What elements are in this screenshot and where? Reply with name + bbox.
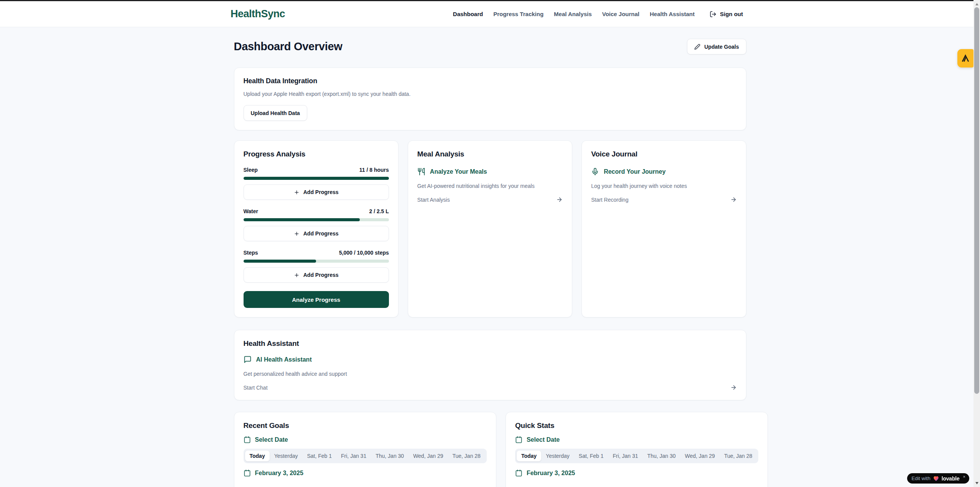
start-chat-label: Start Chat <box>244 385 268 391</box>
arrow-right-icon <box>730 384 737 391</box>
analyze-progress-button[interactable]: Analyze Progress <box>244 291 389 308</box>
health-assistant-title: Health Assistant <box>244 339 737 348</box>
record-your-journey-label: Record Your Journey <box>604 168 665 175</box>
progress-analysis-card: Progress Analysis Sleep 11 / 8 hours Add… <box>234 140 399 318</box>
tab-today[interactable]: Today <box>245 451 270 461</box>
scrollbar-down-button[interactable] <box>973 480 980 486</box>
quick-stats-current-date[interactable]: February 3, 2025 <box>515 469 575 477</box>
progress-analysis-title: Progress Analysis <box>244 150 389 158</box>
tab-today[interactable]: Today <box>517 451 541 461</box>
goal-sleep-progressbar <box>244 177 389 180</box>
upload-health-data-button[interactable]: Upload Health Data <box>244 105 307 121</box>
start-recording-action[interactable]: Start Recording <box>591 196 736 203</box>
plus-icon <box>294 231 300 237</box>
current-date-label: February 3, 2025 <box>527 470 575 477</box>
record-your-journey-link[interactable]: Record Your Journey <box>591 168 736 176</box>
arrow-right-icon <box>730 196 737 203</box>
tab-tue-jan-28[interactable]: Tue, Jan 28 <box>720 451 757 461</box>
quick-stats-date-tabs: Today Yesterday Sat, Feb 1 Fri, Jan 31 T… <box>515 449 758 463</box>
recent-goals-date-tabs: Today Yesterday Sat, Feb 1 Fri, Jan 31 T… <box>244 449 487 463</box>
recent-goals-title: Recent Goals <box>244 421 487 430</box>
arrow-up-icon <box>975 3 978 5</box>
tab-fri-jan-31[interactable]: Fri, Jan 31 <box>336 451 371 461</box>
goal-steps-value: 5,000 / 10,000 steps <box>339 250 389 256</box>
update-goals-label: Update Goals <box>704 44 739 50</box>
nav-dashboard[interactable]: Dashboard <box>453 11 483 17</box>
scrollbar-up-button[interactable] <box>973 1 980 7</box>
health-data-integration-card: Health Data Integration Upload your Appl… <box>234 67 746 130</box>
tab-fri-jan-31[interactable]: Fri, Jan 31 <box>608 451 642 461</box>
goal-water-value: 2 / 2.5 L <box>369 208 389 214</box>
badge-prefix: Edit with <box>912 475 931 481</box>
health-data-description: Upload your Apple Health export (export.… <box>244 91 737 97</box>
recent-goals-card: Recent Goals Select Date Today Yesterday… <box>234 412 496 487</box>
app-logo[interactable]: HealthSync <box>231 8 285 20</box>
goal-steps-progressbar <box>244 260 389 263</box>
ai-health-assistant-label: AI Health Assistant <box>256 356 312 363</box>
sign-out-button[interactable]: Sign out <box>710 11 743 18</box>
select-date-label: Select Date <box>255 436 288 443</box>
current-date-label: February 3, 2025 <box>255 470 303 477</box>
start-analysis-label: Start Analysis <box>417 197 450 203</box>
add-progress-steps-button[interactable]: Add Progress <box>244 267 389 283</box>
goal-sleep: Sleep 11 / 8 hours Add Progress <box>244 167 389 200</box>
nav-voice-journal[interactable]: Voice Journal <box>602 11 639 17</box>
ai-health-assistant-link[interactable]: AI Health Assistant <box>244 355 737 364</box>
calendar-icon <box>515 436 522 443</box>
tab-sat-feb-1[interactable]: Sat, Feb 1 <box>574 451 608 461</box>
voice-journal-card: Voice Journal Record Your Journey Log yo… <box>581 140 746 318</box>
arrow-down-icon <box>975 482 978 484</box>
lovable-logo-icon <box>961 54 970 63</box>
main-nav: Dashboard Progress Tracking Meal Analysi… <box>453 11 743 18</box>
update-goals-button[interactable]: Update Goals <box>687 39 746 54</box>
recent-goals-current-date[interactable]: February 3, 2025 <box>244 469 303 477</box>
sign-out-label: Sign out <box>720 11 743 17</box>
health-assistant-card: Health Assistant AI Health Assistant Get… <box>234 330 746 400</box>
vertical-scrollbar[interactable] <box>973 0 980 487</box>
edit-with-lovable-badge[interactable]: Edit with lovable × <box>907 473 969 484</box>
tab-wed-jan-29[interactable]: Wed, Jan 29 <box>680 451 720 461</box>
logout-icon <box>710 11 716 18</box>
goal-sleep-value: 11 / 8 hours <box>359 167 389 173</box>
add-progress-sleep-button[interactable]: Add Progress <box>244 184 389 200</box>
start-recording-label: Start Recording <box>591 197 628 203</box>
tab-yesterday[interactable]: Yesterday <box>270 451 303 461</box>
health-assistant-description: Get personalized health advice and suppo… <box>244 371 737 377</box>
lovable-editor-fab[interactable] <box>957 49 973 67</box>
utensils-icon <box>417 168 425 176</box>
add-progress-water-button[interactable]: Add Progress <box>244 226 389 241</box>
page-title: Dashboard Overview <box>234 40 343 53</box>
tab-sat-feb-1[interactable]: Sat, Feb 1 <box>302 451 336 461</box>
goal-water-progressbar <box>244 218 389 221</box>
recent-goals-select-date-button[interactable]: Select Date <box>244 436 288 443</box>
meal-analysis-title: Meal Analysis <box>417 150 563 158</box>
tab-thu-jan-30[interactable]: Thu, Jan 30 <box>371 451 408 461</box>
start-analysis-action[interactable]: Start Analysis <box>417 196 563 203</box>
tab-wed-jan-29[interactable]: Wed, Jan 29 <box>408 451 448 461</box>
plus-icon <box>294 189 300 195</box>
calendar-icon <box>244 436 251 443</box>
nav-progress-tracking[interactable]: Progress Tracking <box>493 11 544 17</box>
meal-analysis-card: Meal Analysis Analyze Your Meals Get AI-… <box>408 140 572 318</box>
scrollbar-thumb[interactable] <box>974 7 979 394</box>
window-top-strip <box>0 0 973 1</box>
health-data-title: Health Data Integration <box>244 77 737 85</box>
analyze-your-meals-link[interactable]: Analyze Your Meals <box>417 168 563 176</box>
add-progress-label: Add Progress <box>303 189 339 195</box>
tab-yesterday[interactable]: Yesterday <box>541 451 574 461</box>
start-chat-action[interactable]: Start Chat <box>244 384 737 391</box>
nav-meal-analysis[interactable]: Meal Analysis <box>554 11 592 17</box>
quick-stats-title: Quick Stats <box>515 421 758 430</box>
tab-thu-jan-30[interactable]: Thu, Jan 30 <box>643 451 680 461</box>
quick-stats-select-date-button[interactable]: Select Date <box>515 436 560 443</box>
quick-stats-card: Quick Stats Select Date Today Yesterday … <box>506 412 768 487</box>
badge-close-icon[interactable]: × <box>963 474 965 479</box>
goal-water-label: Water <box>244 208 258 214</box>
arrow-right-icon <box>556 196 563 203</box>
calendar-icon <box>515 469 522 477</box>
nav-health-assistant[interactable]: Health Assistant <box>650 11 695 17</box>
tab-tue-jan-28[interactable]: Tue, Jan 28 <box>448 451 485 461</box>
analyze-your-meals-label: Analyze Your Meals <box>430 168 487 175</box>
add-progress-label: Add Progress <box>303 272 339 278</box>
app-header: HealthSync Dashboard Progress Tracking M… <box>0 1 973 27</box>
